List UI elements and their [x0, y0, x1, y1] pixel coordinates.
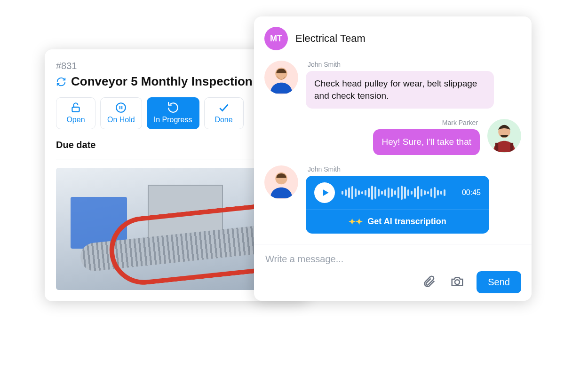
camera-button[interactable] — [448, 273, 466, 292]
voice-duration: 00:45 — [462, 188, 481, 197]
voice-top: 00:45 — [306, 176, 489, 210]
play-button[interactable] — [314, 182, 335, 203]
message-col: Mark Parker Hey! Sure, I'll take that — [373, 119, 480, 155]
message-input[interactable] — [264, 251, 521, 271]
send-label: Send — [488, 277, 510, 287]
check-icon — [218, 102, 230, 114]
ai-transcription-button[interactable]: ✦✦ Get AI transcription — [306, 210, 489, 234]
chat-card: MT Electrical Team John Smith Check head… — [254, 16, 532, 301]
svg-point-9 — [455, 280, 460, 284]
waveform[interactable] — [342, 185, 455, 200]
play-icon — [321, 188, 330, 197]
person-icon — [265, 62, 297, 94]
status-inprogress-button[interactable]: In Progress — [147, 97, 199, 129]
message-row: Mark Parker Hey! Sure, I'll take that — [264, 119, 521, 155]
chat-header: MT Electrical Team — [264, 27, 521, 50]
sender-name: John Smith — [306, 61, 494, 68]
chat-title: Electrical Team — [295, 32, 366, 45]
message-row: John Smith Check head pulley for wear, b… — [264, 61, 521, 109]
status-open-button[interactable]: Open — [56, 97, 95, 129]
svg-rect-7 — [510, 143, 513, 152]
svg-rect-0 — [72, 107, 79, 112]
sender-name: John Smith — [306, 165, 489, 173]
status-open-label: Open — [66, 116, 85, 124]
status-done-button[interactable]: Done — [204, 97, 244, 129]
workorder-title: Conveyor 5 Monthly Inspection — [71, 74, 253, 89]
message-col: John Smith Check head pulley for wear, b… — [306, 61, 494, 109]
progress-icon — [167, 102, 179, 114]
unlock-icon — [70, 102, 82, 114]
divider — [254, 244, 532, 244]
ai-transcription-label: Get AI transcription — [367, 217, 446, 227]
sync-icon — [56, 77, 66, 87]
message-row: John Smith 00:45 ✦✦ Get AI transcription — [264, 165, 521, 234]
status-done-label: Done — [215, 116, 232, 124]
paperclip-icon — [422, 274, 436, 289]
svg-point-1 — [117, 103, 126, 112]
sparkle-icon: ✦✦ — [349, 217, 363, 227]
camera-icon — [450, 274, 464, 289]
message-col: John Smith 00:45 ✦✦ Get AI transcription — [306, 165, 489, 234]
compose-row: Send — [264, 271, 521, 293]
person-icon — [265, 166, 297, 198]
sender-name: Mark Parker — [440, 119, 480, 126]
due-date-label: Due date — [56, 140, 95, 150]
attach-button[interactable] — [420, 273, 438, 292]
avatar-john[interactable] — [264, 61, 298, 94]
team-avatar-initials: MT — [270, 34, 282, 44]
voice-message: 00:45 ✦✦ Get AI transcription — [306, 176, 489, 234]
team-avatar[interactable]: MT — [264, 27, 288, 50]
status-inprogress-label: In Progress — [154, 116, 192, 124]
status-onhold-label: On Hold — [107, 116, 135, 124]
avatar-mark[interactable] — [487, 119, 521, 153]
avatar-john[interactable] — [264, 165, 298, 199]
status-onhold-button[interactable]: On Hold — [100, 97, 142, 129]
svg-rect-6 — [495, 143, 498, 152]
pause-icon — [115, 102, 127, 114]
message-bubble[interactable]: Hey! Sure, I'll take that — [373, 129, 480, 155]
send-button[interactable]: Send — [477, 271, 521, 293]
person-icon — [488, 120, 520, 152]
message-bubble[interactable]: Check head pulley for wear, belt slippag… — [306, 71, 494, 109]
